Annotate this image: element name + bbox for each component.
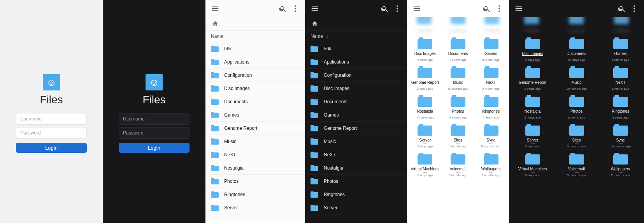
more-icon[interactable]	[630, 4, 639, 13]
grid-item[interactable]: Nostalgia24 days ago	[409, 94, 442, 121]
more-icon[interactable]	[291, 4, 300, 13]
list-item[interactable]: 56k	[205, 42, 305, 55]
grid-item[interactable]: Music10 months ago	[442, 65, 475, 92]
grid-item[interactable]: a month ago	[441, 17, 475, 34]
grid-item[interactable]: 5 days ago	[509, 17, 554, 34]
list-item[interactable]: Ringtones	[305, 188, 407, 201]
username-field[interactable]	[119, 113, 190, 125]
login-button[interactable]: Login	[119, 143, 190, 153]
list-item[interactable]: Photos	[205, 175, 305, 188]
grid-item[interactable]: Gamesa month ago	[474, 36, 507, 63]
grid-item[interactable]: Server3 days ago	[409, 122, 442, 150]
item-label: Ringtones	[224, 192, 245, 197]
search-icon[interactable]	[618, 4, 626, 13]
grid-item[interactable]: Sites5 months ago	[442, 122, 475, 150]
more-icon[interactable]	[393, 4, 402, 13]
list-item[interactable]: Genome Report	[305, 122, 407, 135]
item-label: Photos	[324, 179, 338, 184]
list-item[interactable]: Applications	[305, 55, 407, 69]
column-header[interactable]: Name ↑	[205, 30, 305, 42]
item-label: Nostalgia	[525, 109, 541, 113]
menu-icon[interactable]	[211, 4, 219, 13]
list-item[interactable]: Server	[305, 201, 407, 214]
breadcrumb[interactable]	[305, 17, 407, 30]
username-field[interactable]	[16, 113, 87, 125]
grid-item[interactable]: NeXTa month ago	[598, 65, 642, 92]
menu-icon[interactable]	[311, 4, 319, 13]
item-meta: 10 months ago	[610, 145, 631, 148]
grid-item[interactable]: a month ago	[475, 17, 509, 34]
grid-item[interactable]: Music10 months ago	[555, 65, 598, 92]
grid-item[interactable]: Sync10 months ago	[598, 122, 642, 150]
grid-item[interactable]: Genome Report2 years ago	[409, 65, 442, 92]
search-icon[interactable]	[483, 4, 491, 13]
grid-item[interactable]: 5 days ago	[407, 17, 441, 34]
item-label: Ringtones	[612, 109, 629, 113]
breadcrumb[interactable]	[205, 17, 305, 30]
list-item[interactable]: Disc Images	[205, 82, 305, 95]
grid-item[interactable]: Genome Report2 years ago	[511, 65, 555, 92]
login-button[interactable]: Login	[16, 143, 87, 153]
grid-item[interactable]: Virtual Machines8 days ago	[409, 151, 442, 179]
grid-item[interactable]: Wallpapers2 months ago	[474, 151, 507, 179]
list-item[interactable]: Disc Images	[305, 82, 407, 95]
more-icon[interactable]	[495, 4, 504, 13]
folder-icon	[211, 72, 219, 78]
divider	[530, 28, 533, 28]
grid-item[interactable]: Nostalgia24 days ago	[511, 94, 555, 121]
grid-item[interactable]: Voicemail3 months ago	[442, 151, 475, 179]
grid-item[interactable]: Sites5 months ago	[555, 122, 598, 150]
grid-item[interactable]: Photosa month ago	[555, 94, 598, 121]
list-item[interactable]: Configuration	[305, 69, 407, 82]
grid-item[interactable]: Photosa month ago	[442, 94, 475, 121]
item-meta: 10 months ago	[566, 87, 587, 90]
list-item[interactable]: NeXT	[205, 148, 305, 161]
grid-item[interactable]: Server3 days ago	[511, 122, 555, 150]
grid-item[interactable]: a month ago	[554, 17, 599, 34]
grid-item[interactable]: Ringtones2 years ago	[474, 94, 507, 121]
list-item[interactable]: Server	[205, 201, 305, 214]
divider	[423, 86, 427, 86]
list-item[interactable]: Games	[205, 108, 305, 122]
grid-item[interactable]: a month ago	[599, 17, 644, 34]
item-meta: 3 days ago	[525, 145, 540, 148]
grid-item[interactable]: NeXTa month ago	[474, 65, 507, 92]
svg-point-1	[295, 8, 296, 9]
grid-item[interactable]: Documents24 days ago	[442, 36, 475, 63]
menu-icon[interactable]	[412, 4, 421, 13]
item-label: Voicemail	[450, 167, 467, 171]
app-title: Files	[142, 94, 165, 106]
password-field[interactable]	[119, 127, 190, 139]
list-item[interactable]: NeXT	[305, 148, 407, 161]
list-item[interactable]: Photos	[305, 175, 407, 188]
grid-item[interactable]: Disc Images5 days ago	[511, 36, 555, 63]
search-icon[interactable]	[279, 4, 287, 13]
password-field[interactable]	[16, 127, 87, 139]
list-item[interactable]: Nostalgia	[205, 161, 305, 175]
list-item[interactable]: Ringtones	[205, 188, 305, 201]
item-meta: 24 days ago	[449, 58, 467, 62]
grid-item[interactable]: Virtual Machines8 days ago	[511, 151, 555, 179]
list-item[interactable]: Games	[305, 108, 407, 122]
column-header[interactable]: Name ↑	[305, 30, 407, 42]
grid-item[interactable]: Sync10 months ago	[474, 122, 507, 150]
grid-item[interactable]: Disc Images5 days ago	[409, 36, 442, 63]
list-item[interactable]: Music	[305, 135, 407, 148]
list-item[interactable]: Documents	[205, 95, 305, 108]
grid-item[interactable]: Wallpapers2 months ago	[598, 151, 642, 179]
list-item[interactable]: Music	[205, 135, 305, 148]
list-item[interactable]: Documents	[305, 95, 407, 108]
list-item[interactable]: Applications	[205, 55, 305, 69]
menu-icon[interactable]	[514, 4, 523, 13]
list-item[interactable]: Genome Report	[205, 122, 305, 135]
grid-item[interactable]: Ringtones2 years ago	[598, 94, 642, 121]
list-item[interactable]: Nostalgia	[305, 161, 407, 175]
folder-icon	[525, 95, 540, 107]
list-item[interactable]: Configuration	[205, 69, 305, 82]
grid-item[interactable]: Gamesa month ago	[598, 36, 642, 63]
grid-item[interactable]: Documents24 days ago	[555, 36, 598, 63]
item-label: Wallpapers	[611, 167, 630, 171]
grid-item[interactable]: Voicemail3 months ago	[555, 151, 598, 179]
list-item[interactable]: 56k	[305, 42, 407, 55]
search-icon[interactable]	[381, 4, 389, 13]
